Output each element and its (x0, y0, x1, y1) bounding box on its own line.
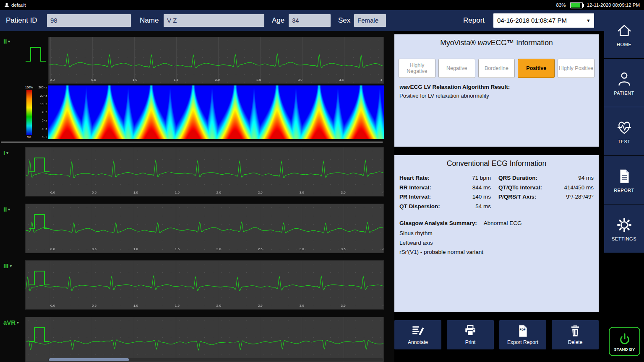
report-value: 04-16-2018 01:08:47 PM (497, 17, 567, 24)
scrollbar-thumb[interactable] (49, 358, 129, 361)
sidebar-item-test[interactable]: TEST (604, 107, 644, 155)
report-select[interactable]: 04-16-2018 01:08:47 PM ▼ (493, 13, 594, 28)
patient-icon (615, 70, 633, 88)
svg-text:PDF: PDF (520, 328, 526, 331)
time-tick-label: 4 (383, 304, 384, 309)
grade-button[interactable]: Borderline (478, 59, 515, 78)
sidebar-item-report[interactable]: REPORT (604, 156, 644, 204)
time-tick-label: 0.5 (92, 191, 96, 196)
ecg-trace-canvas (26, 147, 383, 196)
patient-id-input[interactable]: 98 (47, 14, 131, 27)
power-icon (618, 332, 632, 346)
patient-id-label: Patient ID (6, 10, 37, 31)
trash-icon (568, 324, 582, 338)
metric-row: Heart Rate: 71 bpm (399, 173, 491, 183)
time-tick-label: 1.0 (133, 247, 138, 252)
patient-header: Patient ID 98 Name V Z Age 34 Sex Female… (0, 10, 604, 31)
nav-sidebar: HOME PATIENT TEST REPORT (604, 10, 644, 362)
age-input[interactable]: 34 (289, 14, 331, 27)
export-report-button[interactable]: PDF Export Report (499, 320, 546, 349)
grade-buttons: Highly NegativeNegativeBorderlinePositiv… (399, 59, 594, 78)
chevron-down-icon: ▾ (8, 39, 10, 44)
time-tick-label: 1.5 (174, 78, 178, 83)
ecg-strip-panel: 0.00.51.01.52.02.53.03.54 (25, 260, 384, 310)
metric-row: P/QRS/T Axis: 9°/-28°/49° (498, 192, 594, 202)
sex-input[interactable]: Female (354, 14, 386, 27)
lead-selector[interactable]: III▾ (3, 262, 12, 269)
sidebar-item-patient[interactable]: PATIENT (604, 59, 644, 107)
sidebar-item-settings[interactable]: SETTINGS (604, 204, 644, 253)
delete-button[interactable]: Delete (552, 320, 599, 349)
name-input[interactable]: V Z (164, 14, 264, 27)
time-tick-label: 2.5 (258, 191, 263, 196)
time-tick-label: 3.5 (341, 247, 346, 252)
time-tick-label: 2.0 (215, 78, 220, 83)
heart-ecg-icon (615, 119, 633, 137)
time-tick-label: 1.5 (175, 304, 180, 309)
conventional-panel-title: Conventional ECG Information (394, 159, 599, 168)
grade-button[interactable]: Highly Positive (558, 59, 594, 78)
metric-row: RR Interval: 844 ms (399, 183, 491, 193)
grade-button[interactable]: Negative (438, 59, 475, 78)
standby-button[interactable]: STAND BY (609, 327, 640, 356)
wavecg-panel-title: MyoVista® wavECG™ Information (394, 39, 599, 47)
time-tick-label: 3.0 (298, 78, 302, 83)
conventional-ecg-panel: Conventional ECG Information Heart Rate:… (394, 155, 599, 312)
time-tick-label: 4 (383, 247, 384, 252)
frequency-label: 7Hz (42, 111, 47, 114)
annotate-button[interactable]: Annotate (394, 320, 441, 349)
time-tick-label: 2.5 (258, 247, 263, 252)
time-tick-label: 4 (383, 191, 384, 196)
wavecg-info-panel: MyoVista® wavECG™ Information Highly Neg… (394, 34, 599, 147)
algorithm-result-text: Positive for LV relaxation abnormality (399, 93, 489, 99)
spectrogram-colorbar (26, 90, 32, 135)
horizontal-scrollbar[interactable] (48, 358, 383, 361)
lead-selector[interactable]: I▾ (3, 149, 8, 156)
calibration-pulse-icon (29, 267, 50, 289)
sidebar-item-home[interactable]: HOME (604, 10, 644, 58)
ecg-strip-panel: 0.00.51.01.52.02.53.03.54 (25, 147, 384, 197)
time-axis: 0.00.51.01.52.02.53.03.54 (49, 304, 384, 309)
grade-button[interactable]: Positive (518, 59, 555, 78)
metrics-left-column: Heart Rate: 71 bpm RR Interval: 844 ms P… (399, 173, 491, 211)
chevron-down-icon: ▾ (8, 207, 10, 212)
ecg-trace-canvas (49, 37, 383, 83)
calibration-pulse-icon (29, 211, 50, 233)
calibration-pulse-icon (29, 324, 50, 346)
annotate-icon (411, 324, 425, 338)
lead-selector[interactable]: II▾ (3, 206, 10, 213)
ecg-strip-panel (25, 317, 384, 362)
time-tick-label: 3.5 (341, 191, 346, 196)
finding-item: rSr'(V1) - probable normal variant (399, 248, 483, 257)
lead-selector[interactable]: II▾ (3, 38, 10, 45)
time-tick-label: 0.0 (50, 304, 55, 309)
ecg-trace-canvas (26, 261, 383, 309)
frequency-label: 5Hz (42, 119, 47, 122)
finding-item: Sinus rhythm (399, 229, 483, 238)
top-status-bar: default 83% 12-11-2020 08:09:12 PM (0, 0, 644, 10)
printer-icon (464, 324, 477, 338)
time-tick-label: 1.0 (133, 78, 137, 83)
frequency-label: 3Hz (42, 136, 47, 139)
glasgow-summary: Glasgow Analysis Summary:Abnormal ECG (399, 219, 522, 228)
print-button[interactable]: Print (447, 320, 494, 349)
time-axis: 0.00.51.01.52.02.53.03.54 (49, 191, 384, 196)
user-icon (4, 3, 9, 8)
device-screen: default 83% 12-11-2020 08:09:12 PM Patie… (0, 0, 644, 362)
time-tick-label: 0.5 (91, 78, 96, 83)
action-buttons: Annotate Print PDF Export Report (394, 320, 599, 349)
grade-button[interactable]: Highly Negative (399, 59, 435, 78)
user-chip[interactable]: default (4, 3, 26, 8)
name-label: Name (140, 10, 159, 31)
metrics-right-column: QRS Duration: 94 ms QT/QTc Interval: 414… (498, 173, 594, 202)
age-label: Age (272, 10, 284, 31)
algorithm-result-label: wavECG LV Relaxation Algorithm Result: (399, 84, 510, 90)
metric-row: PR Interval: 140 ms (399, 192, 491, 202)
spectrogram-scale: 100% 0% (25, 85, 33, 139)
time-tick-label: 1.5 (175, 191, 180, 196)
sex-label: Sex (338, 10, 350, 31)
lead-selector[interactable]: aVR▾ (3, 319, 19, 326)
chevron-down-icon: ▾ (10, 264, 12, 268)
frequency-label: 20Hz (40, 94, 47, 97)
ecg-strip-panel: 0.00.51.01.52.02.53.03.54 (25, 204, 384, 253)
